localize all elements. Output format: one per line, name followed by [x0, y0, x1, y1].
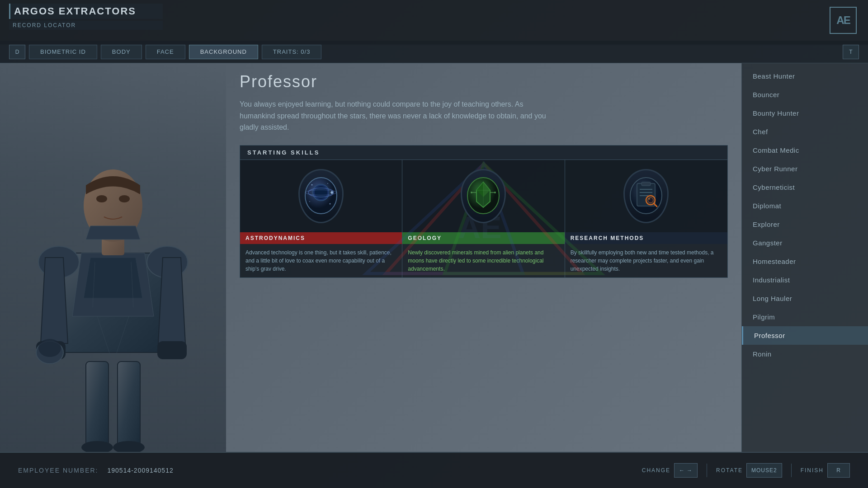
- main-content: Professor You always enjoyed learning, b…: [0, 63, 868, 452]
- arrow-right-icon: →: [687, 467, 693, 474]
- nav-back-btn[interactable]: D: [9, 45, 25, 59]
- nav-forward-btn[interactable]: T: [843, 45, 859, 59]
- list-item-pilgrim[interactable]: Pilgrim: [742, 308, 868, 326]
- separator-2: [791, 464, 792, 477]
- rotate-action: ROTATE MOUSE2: [716, 463, 782, 478]
- employee-number: 190514-2009140512: [107, 467, 173, 474]
- skill-icon-area-research: [565, 160, 727, 232]
- character-svg: [27, 127, 199, 452]
- geology-svg: [465, 177, 501, 215]
- character-portrait: [0, 63, 226, 452]
- arrow-left-icon: ←: [679, 467, 685, 474]
- astrodynamics-svg: [303, 177, 339, 215]
- background-description: You always enjoyed learning, but nothing…: [240, 99, 556, 133]
- rotate-label: ROTATE: [716, 467, 743, 474]
- list-item-bouncer[interactable]: Bouncer: [742, 85, 868, 104]
- logo-area: AE: [827, 5, 859, 36]
- svg-point-40: [471, 192, 472, 193]
- employee-label: EMPLOYEE NUMBER:: [18, 467, 98, 474]
- list-item-homesteader[interactable]: Homesteader: [742, 252, 868, 271]
- character-image: [0, 63, 226, 452]
- skill-card-research: RESEARCH METHODS By skillfully employing…: [565, 160, 727, 277]
- list-item-chef[interactable]: Chef: [742, 122, 868, 141]
- finish-key: R: [836, 467, 841, 474]
- skills-container: STARTING SKILLS AE: [240, 145, 728, 278]
- skill-desc-astrodynamics: Advanced technology is one thing, but it…: [240, 244, 402, 277]
- list-item-bounty-hunter[interactable]: Bounty Hunter: [742, 104, 868, 122]
- bottom-right: CHANGE ← → ROTATE MOUSE2 FINISH R: [642, 463, 850, 478]
- change-label: CHANGE: [642, 467, 670, 474]
- svg-point-13: [38, 339, 61, 357]
- svg-rect-0: [86, 361, 108, 447]
- skill-name-astrodynamics: ASTRODYNAMICS: [240, 232, 402, 244]
- list-item-diplomat[interactable]: Diplomat: [742, 197, 868, 215]
- list-item-gangster[interactable]: Gangster: [742, 234, 868, 252]
- svg-point-28: [327, 183, 328, 184]
- list-item-professor[interactable]: Professor: [742, 326, 868, 345]
- svg-point-51: [648, 198, 650, 200]
- svg-point-29: [309, 201, 310, 202]
- background-name: Professor: [240, 72, 728, 91]
- finish-action: FINISH R: [801, 463, 850, 478]
- svg-point-41: [494, 192, 496, 193]
- skills-header: STARTING SKILLS: [240, 145, 727, 160]
- svg-rect-44: [642, 182, 651, 186]
- svg-point-10: [96, 195, 107, 202]
- finish-label: FINISH: [801, 467, 824, 474]
- finish-btn[interactable]: R: [827, 463, 850, 478]
- svg-rect-1: [118, 361, 140, 447]
- skill-icon-area-geology: [402, 160, 564, 232]
- tab-background[interactable]: BACKGROUND: [189, 45, 258, 59]
- skill-name-geology: GEOLOGY: [402, 232, 564, 244]
- change-action: CHANGE ← →: [642, 463, 698, 478]
- list-item-industrialist[interactable]: Industrialist: [742, 271, 868, 289]
- app-title: ARGOS EXTRACTORS: [9, 4, 163, 19]
- bottom-bar: EMPLOYEE NUMBER: 190514-2009140512 CHANG…: [0, 452, 868, 488]
- list-item-cyberneticist[interactable]: Cyberneticist: [742, 178, 868, 197]
- change-prev-btn[interactable]: ← →: [674, 463, 698, 478]
- skills-grid: ASTRODYNAMICS Advanced technology is one…: [240, 160, 727, 277]
- skill-card-geology: GEOLOGY Newly discovered minerals mined …: [402, 160, 565, 277]
- skills-header-text: STARTING SKILLS: [247, 149, 320, 156]
- rotate-btn[interactable]: MOUSE2: [746, 463, 782, 478]
- separator-1: [707, 464, 707, 477]
- list-item-cyber-runner[interactable]: Cyber Runner: [742, 160, 868, 178]
- research-svg: [628, 177, 664, 215]
- tab-body[interactable]: BODY: [101, 45, 142, 59]
- tab-traits[interactable]: TRAITS: 0/3: [262, 45, 322, 59]
- skill-icon-area-astrodynamics: [240, 160, 402, 232]
- nav-bar: D BIOMETRIC ID BODY FACE BACKGROUND TRAI…: [0, 41, 868, 63]
- logo-icon: AE: [830, 7, 857, 34]
- center-panel: Professor You always enjoyed learning, b…: [226, 63, 741, 452]
- record-locator: RECORD LOCATOR: [9, 21, 163, 30]
- list-item-beast-hunter[interactable]: Beast Hunter: [742, 67, 868, 85]
- skill-desc-research: By skillfully employing both new and tim…: [565, 244, 727, 277]
- tab-face[interactable]: FACE: [146, 45, 185, 59]
- list-item-ronin[interactable]: Ronin: [742, 345, 868, 363]
- skill-card-astrodynamics: ASTRODYNAMICS Advanced technology is one…: [240, 160, 402, 277]
- svg-rect-7: [157, 341, 187, 359]
- header-left: ARGOS EXTRACTORS RECORD LOCATOR: [9, 4, 163, 30]
- svg-point-11: [119, 195, 130, 202]
- tab-biometric-id[interactable]: BIOMETRIC ID: [29, 45, 97, 59]
- header: ARGOS EXTRACTORS RECORD LOCATOR AE: [0, 0, 868, 45]
- list-item-combat-medic[interactable]: Combat Medic: [742, 141, 868, 160]
- skills-grid-wrapper: AE: [240, 160, 727, 277]
- svg-rect-43: [637, 183, 655, 206]
- research-icon: [623, 169, 669, 223]
- skill-desc-geology: Newly discovered minerals mined from ali…: [402, 244, 564, 277]
- list-item-long-hauler[interactable]: Long Hauler: [742, 289, 868, 308]
- astrodynamics-icon: [298, 169, 344, 223]
- geology-icon: [461, 169, 506, 223]
- list-item-explorer[interactable]: Explorer: [742, 215, 868, 234]
- backgrounds-list: Beast Hunter Bouncer Bounty Hunter Chef …: [741, 63, 868, 452]
- svg-point-27: [311, 184, 313, 186]
- svg-point-26: [330, 191, 333, 194]
- skill-name-research: RESEARCH METHODS: [565, 232, 727, 244]
- mouse2-label: MOUSE2: [751, 467, 777, 474]
- svg-point-30: [330, 203, 331, 205]
